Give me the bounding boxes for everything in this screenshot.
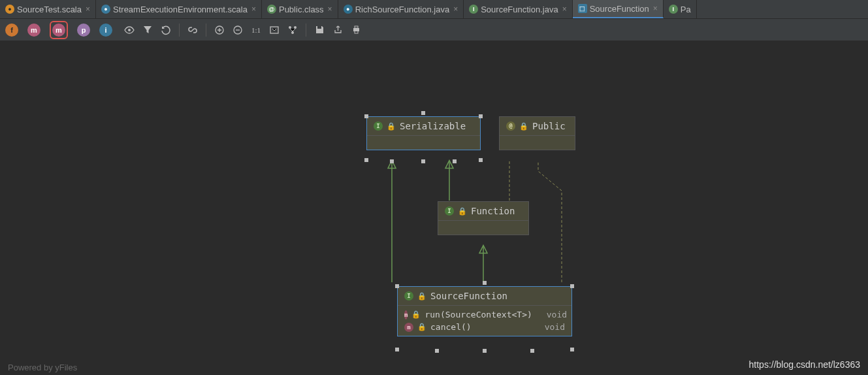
actual-size-icon[interactable]: 1:1 <box>248 22 264 38</box>
editor-tab[interactable]: ●StreamExecutionEnvironment.scala× <box>96 0 262 18</box>
link-icon[interactable] <box>185 22 201 38</box>
export-icon[interactable] <box>330 22 346 38</box>
editor-tabbar: ●SourceTest.scala×●StreamExecutionEnviro… <box>0 0 868 18</box>
method-row: m 🔒 run(SourceContext<T>) void <box>404 308 565 321</box>
interface-icon: I <box>374 122 383 131</box>
class-node-public[interactable]: @ 🔒 Public <box>499 116 575 150</box>
file-type-icon: @ <box>267 5 276 14</box>
lock-icon: 🔒 <box>519 122 528 131</box>
annotation-icon: @ <box>506 122 515 131</box>
file-type-icon: I <box>669 5 678 14</box>
resize-handle[interactable] <box>421 111 425 115</box>
fields-button[interactable]: f <box>5 24 18 37</box>
method-signature: run(SourceContext<T>) <box>425 310 532 319</box>
close-icon[interactable]: × <box>653 4 658 13</box>
class-node-serializable[interactable]: I 🔒 Serializable <box>366 116 481 150</box>
class-node-sourcefunction[interactable]: I 🔒 SourceFunction m 🔒 run(SourceContext… <box>397 286 572 336</box>
lock-icon: 🔒 <box>417 292 426 301</box>
visibility-icon[interactable] <box>121 22 137 38</box>
resize-handle[interactable] <box>483 281 487 285</box>
tab-label: SourceTest.scala <box>17 5 82 14</box>
resize-handle[interactable] <box>395 348 399 351</box>
lock-icon: 🔒 <box>387 122 396 131</box>
editor-tab[interactable]: ●RichSourceFunction.java× <box>338 0 464 18</box>
print-icon[interactable] <box>348 22 364 38</box>
resize-handle[interactable] <box>435 349 439 353</box>
node-body <box>500 135 575 150</box>
tab-label: Pa <box>681 5 691 14</box>
node-title: SourceFunction <box>430 291 507 301</box>
method-icon: m <box>404 310 408 319</box>
resize-handle[interactable] <box>479 114 483 118</box>
method-signature: cancel() <box>430 322 472 332</box>
tab-label: SourceFunction <box>590 4 649 14</box>
close-icon[interactable]: × <box>86 5 90 14</box>
tab-label: RichSourceFunction.java <box>355 5 450 14</box>
tab-label: SourceFunction.java <box>481 5 558 14</box>
editor-tab[interactable]: IPa <box>664 0 697 18</box>
svg-point-4 <box>289 26 291 29</box>
file-type-icon: ● <box>344 5 353 14</box>
svg-point-5 <box>294 26 297 29</box>
method-return: void <box>536 310 567 319</box>
toolbar-separator <box>179 24 180 37</box>
lock-icon: 🔒 <box>411 310 421 319</box>
node-title: Function <box>471 206 515 216</box>
highlighted-toolbar-item: m <box>50 21 68 39</box>
method-return: void <box>534 322 565 332</box>
node-body: m 🔒 run(SourceContext<T>) void m 🔒 cance… <box>398 305 571 336</box>
resize-handle[interactable] <box>395 284 399 288</box>
editor-tab[interactable]: ⬚SourceFunction× <box>573 0 664 18</box>
methods-button[interactable]: m <box>52 24 65 37</box>
file-type-icon: ⬚ <box>578 4 587 13</box>
fit-content-icon[interactable] <box>266 22 282 38</box>
save-icon[interactable] <box>312 22 327 38</box>
class-node-function[interactable]: I 🔒 Function <box>438 201 529 235</box>
resize-handle[interactable] <box>570 284 574 288</box>
properties-button[interactable]: p <box>77 24 90 37</box>
constructors-button[interactable]: m <box>27 24 40 37</box>
resize-handle[interactable] <box>570 348 574 351</box>
file-type-icon: I <box>469 5 478 14</box>
interface-icon: I <box>445 206 454 216</box>
lock-icon: 🔒 <box>458 207 467 216</box>
editor-tab[interactable]: ●SourceTest.scala× <box>0 0 96 18</box>
node-body <box>367 135 480 150</box>
resize-handle[interactable] <box>390 159 394 163</box>
resize-handle[interactable] <box>479 158 483 162</box>
resize-handle[interactable] <box>483 349 487 353</box>
editor-tab[interactable]: @Public.class× <box>262 0 338 18</box>
refresh-icon[interactable] <box>158 22 174 38</box>
layout-icon[interactable] <box>285 22 300 38</box>
close-icon[interactable]: × <box>251 5 256 14</box>
diagram-toolbar: fmmpi 1:1 <box>0 18 868 41</box>
close-icon[interactable]: × <box>562 5 567 14</box>
svg-rect-8 <box>355 26 358 28</box>
watermark-url: https://blog.csdn.net/lz6363 <box>749 359 860 370</box>
file-type-icon: ● <box>101 5 110 14</box>
close-icon[interactable]: × <box>328 5 332 14</box>
diagram-canvas[interactable]: I 🔒 Serializable @ 🔒 Public I 🔒 Function… <box>0 41 868 375</box>
close-icon[interactable]: × <box>453 5 458 14</box>
method-icon: m <box>404 323 413 332</box>
toolbar-separator <box>206 24 206 37</box>
tab-label: Public.class <box>279 5 324 14</box>
svg-point-0 <box>128 29 131 31</box>
interface-icon: I <box>404 291 413 301</box>
toolbar-separator <box>306 24 306 37</box>
resize-handle[interactable] <box>364 114 368 118</box>
zoom-out-icon[interactable] <box>230 22 246 38</box>
file-type-icon: ● <box>5 5 14 14</box>
editor-tab[interactable]: ISourceFunction.java× <box>464 0 573 18</box>
filter-icon[interactable] <box>140 22 155 38</box>
tab-label: StreamExecutionEnvironment.scala <box>113 5 248 14</box>
inner-classes-button[interactable]: i <box>99 24 112 37</box>
node-title: Public <box>532 121 566 131</box>
method-row: m 🔒 cancel() void <box>404 321 565 333</box>
resize-handle[interactable] <box>421 159 425 163</box>
lock-icon: 🔒 <box>417 323 426 331</box>
resize-handle[interactable] <box>530 349 534 353</box>
resize-handle[interactable] <box>364 158 368 162</box>
resize-handle[interactable] <box>453 159 457 163</box>
zoom-in-icon[interactable] <box>212 22 227 38</box>
